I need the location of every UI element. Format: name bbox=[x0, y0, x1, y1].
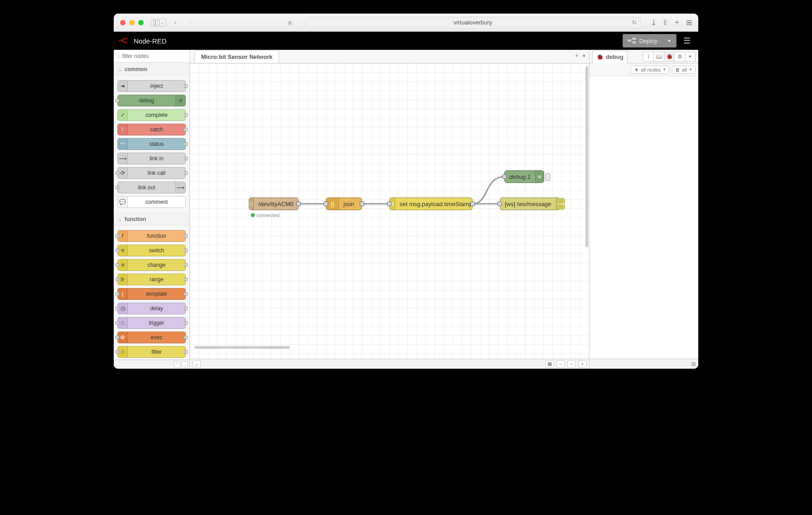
palette-node-exec[interactable]: ⚙exec bbox=[117, 332, 186, 343]
app-header: Node-RED Deploy ▼ ☰ bbox=[114, 32, 698, 50]
svg-rect-7 bbox=[633, 41, 636, 43]
sidebar-config-button[interactable]: ⚙ bbox=[674, 52, 685, 62]
palette-node-template[interactable]: {template bbox=[117, 288, 186, 300]
sidebar-toolbar: ▼ all nodes ▼ 🗑 all ▼ bbox=[590, 63, 698, 76]
palette-node-debug[interactable]: debug≡ bbox=[117, 95, 186, 106]
back-button[interactable]: ‹ bbox=[170, 18, 181, 27]
sidebar-help-button[interactable]: 📖 bbox=[653, 52, 664, 62]
flow-canvas[interactable]: ⎍ /dev/ttyACM0 connected {} json bbox=[190, 63, 589, 359]
link-in-icon: ⟶ bbox=[118, 153, 128, 164]
debug-clear-button[interactable]: 🗑 all ▼ bbox=[672, 66, 696, 74]
palette-search[interactable]: ⌕ bbox=[114, 50, 189, 63]
add-tab-button[interactable]: ＋ bbox=[574, 52, 580, 60]
palette-node-catch[interactable]: !catch bbox=[117, 124, 186, 135]
palette-node-link-in[interactable]: ⟶link in bbox=[117, 153, 186, 164]
palette-node-trigger[interactable]: ⎍trigger bbox=[117, 317, 186, 329]
workspace: Micro:bit Sensor Network ＋ ▼ ⎍ bbox=[190, 50, 590, 369]
main-menu-button[interactable]: ☰ bbox=[680, 34, 694, 48]
node-input-port[interactable] bbox=[498, 202, 502, 206]
search-icon: ⌕ bbox=[117, 53, 121, 59]
open-window-button[interactable]: ⧉ bbox=[691, 361, 696, 368]
debug-icon: ≡ bbox=[175, 95, 185, 106]
node-status: connected bbox=[251, 212, 280, 218]
palette-category-common[interactable]: ⌄ common bbox=[114, 63, 189, 76]
palette-node-filter[interactable]: ⎍filter bbox=[117, 346, 186, 358]
flow-node-websocket[interactable]: [ws] /ws/message ⟶ bbox=[500, 197, 561, 210]
close-window-button[interactable] bbox=[120, 20, 126, 25]
horizontal-scrollbar[interactable] bbox=[194, 346, 290, 349]
svg-rect-4 bbox=[124, 41, 127, 43]
palette-node-delay[interactable]: ◷delay bbox=[117, 303, 186, 314]
deploy-button[interactable]: Deploy ▼ bbox=[623, 34, 677, 48]
sidebar-debug-button[interactable]: 🐞 bbox=[664, 52, 675, 62]
palette-node-link-call[interactable]: ⟳link call bbox=[117, 167, 186, 179]
zoom-in-button[interactable]: ＋ bbox=[578, 361, 586, 368]
node-input-port[interactable] bbox=[387, 202, 392, 206]
download-icon[interactable]: ⤓ bbox=[651, 18, 657, 27]
debug-filter-button[interactable]: ▼ all nodes ▼ bbox=[631, 66, 669, 74]
palette-node-link-out[interactable]: link out⟶ bbox=[117, 182, 186, 193]
tabs-icon[interactable]: ⊞ bbox=[686, 18, 692, 27]
palette-collapse-button[interactable]: ⌃ bbox=[174, 361, 180, 368]
comment-icon: 💬 bbox=[118, 197, 128, 207]
node-input-port[interactable] bbox=[502, 174, 507, 179]
share-icon[interactable]: ⇪ bbox=[662, 18, 668, 27]
filter-icon: ⎍ bbox=[118, 347, 128, 357]
zoom-out-button[interactable]: − bbox=[556, 361, 565, 368]
flow-node-change[interactable]: ⤭ set msg.payload.timeStamp bbox=[389, 197, 473, 210]
palette-node-inject[interactable]: ➜inject bbox=[117, 80, 186, 92]
switch-icon: ⤲ bbox=[118, 245, 128, 256]
sidebar-tab-debug[interactable]: 🐞 debug bbox=[592, 51, 628, 63]
flow-node-json[interactable]: {} json bbox=[326, 197, 362, 210]
palette-footer: ⌃ ⌄ bbox=[114, 360, 189, 369]
app-title: Node-RED bbox=[134, 37, 167, 45]
forward-button[interactable]: › bbox=[184, 18, 195, 27]
serial-icon: ⎍ bbox=[249, 198, 254, 210]
palette-node-range[interactable]: ⊪range bbox=[117, 274, 186, 285]
node-output-port[interactable] bbox=[470, 202, 475, 206]
node-output-port[interactable] bbox=[296, 202, 301, 206]
url-bar[interactable]: virtualoverbury ↻ bbox=[305, 17, 641, 29]
new-tab-icon[interactable]: ＋ bbox=[673, 18, 681, 27]
vertical-scrollbar[interactable] bbox=[585, 66, 588, 247]
palette-node-complete[interactable]: ✓complete bbox=[117, 109, 186, 121]
inject-icon: ➜ bbox=[118, 81, 128, 91]
sidebar-toggle-button[interactable]: ⌄ bbox=[151, 19, 166, 27]
function-icon: f bbox=[118, 231, 128, 241]
palette-panel: ⌕ ⌄ common ➜inject debug≡ ✓complete !cat… bbox=[114, 50, 190, 369]
websocket-icon: ⟶ bbox=[556, 198, 565, 210]
palette-node-change[interactable]: ⤭change bbox=[117, 259, 186, 271]
node-output-port[interactable] bbox=[360, 202, 364, 206]
tab-menu-button[interactable]: ▼ bbox=[582, 53, 586, 58]
change-icon: ⤭ bbox=[118, 260, 128, 270]
debug-icon: ≡ bbox=[535, 171, 544, 183]
workspace-tab-active[interactable]: Micro:bit Sensor Network bbox=[194, 50, 279, 63]
node-input-port[interactable] bbox=[324, 202, 328, 206]
deploy-caret-icon[interactable]: ▼ bbox=[663, 39, 672, 43]
chevron-down-icon: ▼ bbox=[662, 67, 666, 72]
palette-search-input[interactable] bbox=[122, 53, 190, 59]
view-search-button[interactable]: ⌕ bbox=[193, 361, 201, 368]
status-dot-icon bbox=[251, 213, 255, 217]
palette-node-function[interactable]: ffunction bbox=[117, 230, 186, 242]
sidebar-menu-button[interactable]: ▼ bbox=[685, 52, 696, 62]
debug-toggle-button[interactable] bbox=[546, 173, 550, 181]
reload-icon[interactable]: ↻ bbox=[632, 19, 637, 26]
palette-node-comment[interactable]: 💬comment bbox=[117, 196, 186, 208]
palette-expand-button[interactable]: ⌄ bbox=[181, 361, 188, 368]
url-text: virtualoverbury bbox=[454, 19, 492, 26]
palette-node-switch[interactable]: ⤲switch bbox=[117, 245, 186, 256]
zoom-reset-button[interactable]: ○ bbox=[567, 361, 575, 368]
flow-node-debug[interactable]: debug 1 ≡ bbox=[504, 170, 544, 183]
trash-icon: 🗑 bbox=[675, 67, 680, 72]
maximize-window-button[interactable] bbox=[138, 20, 144, 25]
bug-icon: 🐞 bbox=[596, 53, 604, 60]
deploy-label: Deploy bbox=[639, 38, 657, 44]
palette-node-status[interactable]: 〰status bbox=[117, 138, 186, 150]
palette-category-function[interactable]: ⌄ function bbox=[114, 212, 189, 226]
flow-node-serial[interactable]: ⎍ /dev/ttyACM0 connected bbox=[249, 197, 299, 210]
minimize-window-button[interactable] bbox=[129, 20, 135, 25]
sidebar-info-button[interactable]: i bbox=[643, 52, 654, 62]
shield-icon[interactable]: ◉ bbox=[284, 18, 295, 27]
navigator-button[interactable]: ▦ bbox=[546, 361, 554, 368]
